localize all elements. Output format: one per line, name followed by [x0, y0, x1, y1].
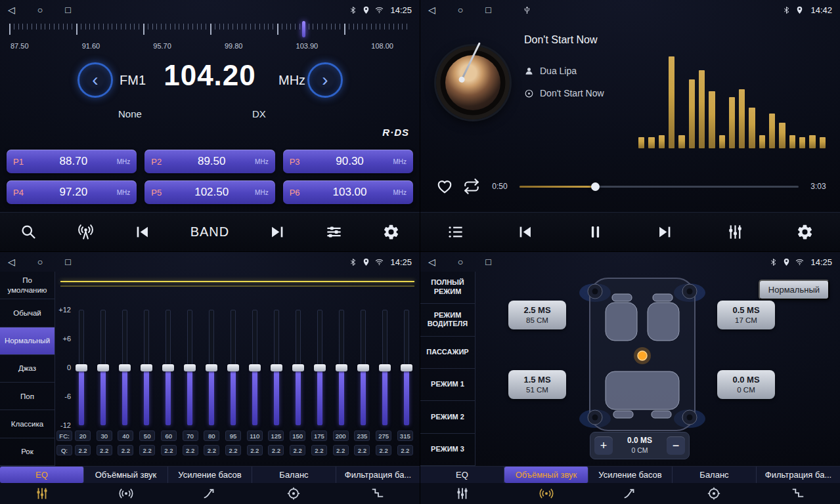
- tab-bass-boost[interactable]: Усиление басов: [588, 467, 673, 483]
- tab-balance[interactable]: Баланс: [252, 467, 336, 483]
- sound-mode-item[interactable]: РЕЖИМ 3: [420, 434, 475, 466]
- slider-handle[interactable]: [162, 364, 174, 371]
- sound-mode-item[interactable]: ПАССАЖИР: [420, 337, 475, 369]
- eq-band-slider[interactable]: [97, 310, 110, 425]
- eq-icon[interactable]: [0, 483, 84, 504]
- next-track-button[interactable]: [652, 219, 678, 245]
- filter-icon[interactable]: [756, 483, 840, 504]
- decrease-delay-button[interactable]: −: [667, 436, 685, 455]
- slider-handle[interactable]: [336, 364, 347, 371]
- audio-settings-icon[interactable]: [321, 219, 347, 245]
- eq-band-slider[interactable]: [335, 310, 348, 425]
- preset-button[interactable]: P188.70MHz: [7, 150, 137, 173]
- preset-button[interactable]: P5102.50MHz: [144, 180, 275, 204]
- eq-band-slider[interactable]: [378, 310, 391, 425]
- tab-filter[interactable]: Фильтрация ба...: [336, 467, 420, 483]
- recents-icon[interactable]: □: [65, 5, 70, 14]
- filter-icon[interactable]: [336, 483, 420, 504]
- eq-band-slider[interactable]: [400, 310, 413, 425]
- progress-knob[interactable]: [591, 182, 600, 191]
- preset-button[interactable]: P6103.00MHz: [283, 180, 413, 204]
- playlist-icon[interactable]: [442, 219, 468, 245]
- slider-handle[interactable]: [76, 364, 87, 371]
- back-icon[interactable]: ◁: [8, 257, 15, 266]
- eq-band-slider[interactable]: [292, 310, 305, 425]
- next-station-button[interactable]: [264, 219, 290, 245]
- front-right-delay[interactable]: 0.5 MS 17 CM: [717, 301, 775, 329]
- tab-eq[interactable]: EQ: [420, 467, 504, 483]
- recents-icon[interactable]: □: [485, 5, 491, 14]
- eq-band-slider[interactable]: [205, 310, 218, 425]
- rear-right-delay[interactable]: 0.0 MS 0 CM: [717, 370, 775, 399]
- eq-preset-item[interactable]: Рок: [0, 438, 55, 466]
- eq-band-slider[interactable]: [270, 310, 283, 425]
- sound-mode-item[interactable]: ПОЛНЫЙ РЕЖИМ: [420, 272, 475, 304]
- slider-handle[interactable]: [249, 364, 261, 371]
- sound-mode-item[interactable]: РЕЖИМ 1: [420, 369, 475, 401]
- preset-button[interactable]: P390.30MHz: [283, 150, 413, 173]
- eq-band-slider[interactable]: [162, 310, 175, 425]
- tab-bass-boost[interactable]: Усиление басов: [168, 467, 252, 483]
- slider-handle[interactable]: [184, 364, 196, 371]
- eq-preset-item[interactable]: По умолчанию: [0, 272, 55, 299]
- front-left-delay[interactable]: 2.5 MS 85 CM: [508, 301, 566, 329]
- tab-eq[interactable]: EQ: [0, 467, 84, 483]
- balance-icon[interactable]: [672, 483, 756, 504]
- eq-preset-item[interactable]: Нормальный: [0, 327, 55, 355]
- slider-handle[interactable]: [119, 364, 131, 371]
- eq-band-slider[interactable]: [248, 310, 261, 425]
- eq-preset-item[interactable]: Обычай: [0, 299, 55, 327]
- bass-boost-icon[interactable]: [168, 483, 252, 504]
- balance-icon[interactable]: [252, 483, 336, 504]
- sound-mode-item[interactable]: РЕЖИМ 2: [420, 401, 475, 433]
- recents-icon[interactable]: □: [485, 257, 491, 266]
- back-icon[interactable]: ◁: [8, 5, 15, 14]
- slider-handle[interactable]: [271, 364, 282, 371]
- eq-band-slider[interactable]: [140, 310, 153, 425]
- eq-band-slider[interactable]: [75, 310, 88, 425]
- back-icon[interactable]: ◁: [428, 257, 435, 266]
- eq-band-slider[interactable]: [313, 310, 326, 425]
- slider-handle[interactable]: [379, 364, 391, 371]
- settings-gear-icon[interactable]: [792, 219, 818, 245]
- tune-up-button[interactable]: ›: [307, 62, 343, 98]
- settings-gear-icon[interactable]: [378, 219, 405, 245]
- back-icon[interactable]: ◁: [428, 5, 435, 14]
- eq-preset-item[interactable]: Классика: [0, 410, 55, 438]
- eq-band-slider[interactable]: [183, 310, 196, 425]
- home-icon[interactable]: ○: [37, 5, 43, 14]
- tab-surround[interactable]: Объёмный звук: [84, 467, 168, 483]
- profile-button[interactable]: Нормальный: [759, 280, 829, 300]
- sound-mode-item[interactable]: РЕЖИМ ВОДИТЕЛЯ: [420, 304, 475, 336]
- home-icon[interactable]: ○: [37, 257, 43, 266]
- previous-track-button[interactable]: [512, 219, 539, 245]
- eq-band-slider[interactable]: [118, 310, 131, 425]
- search-icon[interactable]: [15, 219, 41, 245]
- repeat-icon[interactable]: [463, 178, 480, 195]
- eq-band-slider[interactable]: [357, 310, 370, 425]
- home-icon[interactable]: ○: [458, 5, 463, 14]
- frequency-ruler[interactable]: [9, 24, 410, 35]
- band-button[interactable]: BAND: [187, 219, 234, 245]
- progress-slider[interactable]: [519, 182, 799, 191]
- recents-icon[interactable]: □: [65, 257, 70, 266]
- eq-icon[interactable]: [420, 483, 504, 504]
- slider-handle[interactable]: [227, 364, 239, 371]
- tuning-pointer[interactable]: [302, 21, 305, 37]
- eq-band-slider[interactable]: [227, 310, 240, 425]
- equalizer-icon[interactable]: [722, 219, 748, 245]
- slider-handle[interactable]: [141, 364, 152, 371]
- slider-handle[interactable]: [292, 364, 304, 371]
- rear-left-delay[interactable]: 1.5 MS 51 CM: [508, 370, 566, 399]
- bass-boost-icon[interactable]: [588, 483, 673, 504]
- surround-icon[interactable]: [84, 483, 168, 504]
- pause-button[interactable]: [582, 219, 608, 245]
- slider-handle[interactable]: [97, 364, 109, 371]
- slider-handle[interactable]: [206, 364, 217, 371]
- preset-button[interactable]: P289.50MHz: [144, 150, 275, 173]
- tab-balance[interactable]: Баланс: [673, 467, 757, 483]
- increase-delay-button[interactable]: +: [594, 436, 613, 455]
- broadcast-icon[interactable]: [72, 219, 99, 245]
- tab-surround[interactable]: Объёмный звук: [504, 467, 588, 483]
- tab-filter[interactable]: Фильтрация ба...: [757, 467, 840, 483]
